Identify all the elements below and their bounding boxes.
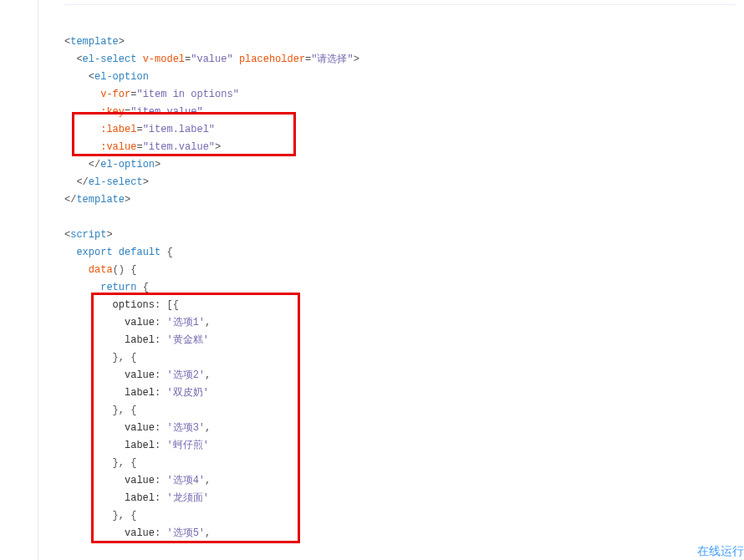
code-line: value: '选项1', — [64, 314, 736, 332]
code-line — [64, 209, 736, 227]
code-line: value: '选项4', — [64, 472, 736, 490]
code-line: }, { — [64, 402, 736, 420]
code-line: options: [{ — [64, 297, 736, 314]
run-online-link[interactable]: 在线运行 — [697, 542, 744, 560]
code-line: label: '黄金糕' — [64, 332, 736, 349]
code-line: }, { — [64, 455, 736, 472]
code-line: </template> — [64, 191, 736, 209]
code-line: :key="item.value" — [64, 104, 736, 121]
code-line: <el-select v-model="value" placeholder="… — [64, 51, 736, 69]
code-line: label: '蚵仔煎' — [64, 437, 736, 455]
code-line: export default { — [64, 244, 736, 262]
code-line: data() { — [64, 262, 736, 279]
code-line: }, { — [64, 507, 736, 525]
code-line: :value="item.value"> — [64, 139, 736, 156]
code-line: <el-option — [64, 69, 736, 86]
code-line: value: '选项2', — [64, 367, 736, 384]
code-line: }, { — [64, 349, 736, 367]
code-line: value: '选项3', — [64, 420, 736, 437]
code-line: label: '龙须面' — [64, 490, 736, 507]
code-line: v-for="item in options" — [64, 86, 736, 104]
vertical-divider — [38, 0, 38, 560]
top-divider — [64, 4, 736, 5]
code-line: return { — [64, 279, 736, 297]
code-line: </el-option> — [64, 156, 736, 174]
code-line: :label="item.label" — [64, 121, 736, 139]
code-line: value: '选项5', — [64, 525, 736, 542]
code-block: <template> <el-select v-model="value" pl… — [64, 33, 736, 542]
code-line: label: '双皮奶' — [64, 384, 736, 402]
code-line: </el-select> — [64, 174, 736, 191]
code-line: <template> — [64, 33, 736, 51]
code-line: <script> — [64, 227, 736, 244]
